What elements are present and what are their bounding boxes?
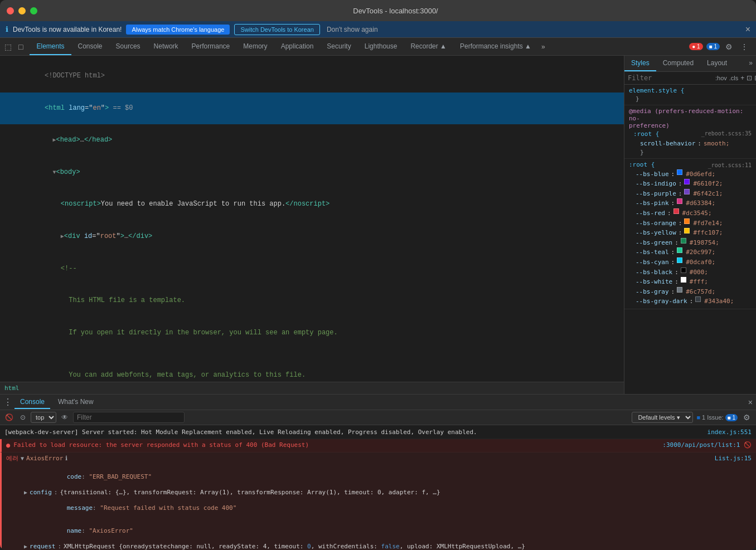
html-viewer[interactable]: <!DOCTYPE html> <html lang="en"> == $0 ▶…: [0, 56, 624, 382]
minimize-button[interactable]: [18, 7, 26, 14]
root-selector-reboot: :root {: [633, 130, 659, 138]
reboot-source[interactable]: _reboot.scss:35: [701, 130, 752, 139]
styles-more-tabs[interactable]: »: [745, 56, 756, 71]
styles-filter-input[interactable]: [628, 74, 713, 82]
root-section: :root { _root.scss:11 --bs-blue: #0d6efd…: [624, 159, 756, 309]
bs-blue-swatch[interactable]: [677, 169, 682, 175]
bs-red-swatch[interactable]: [673, 208, 679, 214]
dont-show-link[interactable]: Don't show again: [327, 26, 378, 33]
bs-black-swatch[interactable]: [681, 267, 686, 273]
element-style-close: }: [629, 95, 752, 103]
issue-badge[interactable]: ■ 1: [706, 43, 720, 50]
bs-yellow-swatch[interactable]: [684, 228, 690, 233]
tab-memory[interactable]: Memory: [236, 38, 274, 55]
bs-indigo-rule: --bs-indigo: #6610f2;: [629, 179, 752, 189]
root-reboot-header: :root { _reboot.scss:35: [633, 130, 752, 139]
tab-application[interactable]: Application: [274, 38, 321, 55]
titlebar: DevTools - localhost:3000/: [0, 0, 756, 21]
bs-white-swatch[interactable]: [681, 277, 686, 283]
bs-cyan-swatch[interactable]: [677, 257, 682, 263]
root-source[interactable]: _root.scss:11: [708, 162, 752, 168]
tab-recorder[interactable]: Recorder ▲: [404, 38, 453, 55]
device-icon[interactable]: □: [16, 41, 25, 52]
console-toolbar: 🚫 ⊙ top 👁 Default levels ▾ ■ 1 Issue: ■ …: [0, 410, 756, 425]
tab-security[interactable]: Security: [320, 38, 357, 55]
bs-green-swatch[interactable]: [681, 238, 686, 244]
eye-icon[interactable]: 👁: [60, 413, 70, 422]
tab-console-bottom[interactable]: Console: [14, 396, 50, 409]
pseudo-class-btn[interactable]: :hov: [715, 75, 727, 81]
tab-computed[interactable]: Computed: [656, 56, 700, 71]
axios-error-header[interactable]: 에러 ▼ AxiosError ℹ List.js:15: [2, 452, 756, 464]
log-level-dropdown[interactable]: Default levels ▾: [632, 412, 693, 423]
preserve-log-icon[interactable]: ⊙: [18, 413, 27, 422]
bs-purple-swatch[interactable]: [684, 189, 690, 194]
main-tabbar: ⬚ □ Elements Console Sources Network Per…: [0, 38, 756, 56]
message-source-webpack[interactable]: index.js:551: [707, 427, 752, 437]
clear-console-icon[interactable]: 🚫: [3, 413, 15, 422]
error-badge[interactable]: ● 1: [689, 43, 702, 50]
prop-request[interactable]: ▶ request: XMLHttpRequest {onreadystatec…: [15, 542, 752, 550]
console-close-icon[interactable]: ×: [748, 398, 753, 407]
html-line-comment-1: This HTML file is a template.: [0, 285, 624, 317]
axios-source[interactable]: List.js:15: [715, 455, 752, 462]
axios-error-group: 에러 ▼ AxiosError ℹ List.js:15 code: "ERR_…: [0, 452, 756, 550]
more-tabs-button[interactable]: »: [538, 38, 549, 55]
bs-pink-swatch[interactable]: [677, 198, 682, 204]
error-source[interactable]: :3000/api/post/list:1 🚫: [662, 440, 752, 450]
info-bar-close[interactable]: ×: [745, 25, 750, 35]
tab-layout[interactable]: Layout: [700, 56, 734, 71]
issues-badge[interactable]: ■ 1: [725, 414, 738, 421]
add-style-rule-icon[interactable]: +: [740, 74, 744, 82]
axios-error-info-icon[interactable]: ℹ: [65, 455, 67, 462]
media-inner: :root { _reboot.scss:35 scroll-behavior:…: [629, 130, 752, 156]
bs-yellow-rule: --bs-yellow: #ffc107;: [629, 228, 752, 238]
axios-error-expand[interactable]: ▼: [21, 455, 24, 461]
tab-network[interactable]: Network: [147, 38, 185, 55]
inspect-icon[interactable]: ⬚: [2, 41, 14, 52]
console-content[interactable]: [webpack-dev-server] Server started: Hot…: [0, 425, 756, 550]
tab-sources[interactable]: Sources: [109, 38, 147, 55]
html-line-div-root[interactable]: ▶<div id="root">…</div>: [0, 221, 624, 253]
switch-devtools-button[interactable]: Switch DevTools to Korean: [234, 24, 319, 35]
cls-btn[interactable]: .cls: [729, 75, 739, 81]
context-selector[interactable]: top: [31, 412, 56, 423]
toggle-element-state-icon[interactable]: ⊡: [747, 74, 752, 82]
close-button[interactable]: [7, 7, 14, 14]
html-line-html[interactable]: <html lang="en"> == $0: [0, 93, 624, 125]
html-line-noscript[interactable]: <noscript>You need to enable JavaScript …: [0, 188, 624, 221]
match-language-button[interactable]: Always match Chrome's language: [126, 25, 230, 35]
tab-console[interactable]: Console: [71, 38, 109, 55]
config-expand-icon[interactable]: ▶: [24, 489, 27, 495]
tab-performance-insights[interactable]: Performance insights ▲: [453, 38, 538, 55]
bs-gray-swatch[interactable]: [677, 287, 682, 293]
request-expand-icon[interactable]: ▶: [24, 543, 27, 549]
tab-right-icons: ● 1 ■ 1 ⚙ ⋮: [689, 38, 754, 55]
settings-icon[interactable]: ⚙: [723, 41, 735, 52]
tab-lighthouse[interactable]: Lighthouse: [358, 38, 404, 55]
main-content: <!DOCTYPE html> <html lang="en"> == $0 ▶…: [0, 56, 756, 394]
bs-teal-swatch[interactable]: [677, 247, 682, 253]
tab-whats-new[interactable]: What's New: [52, 396, 99, 409]
html-line-comment-start: <!--: [0, 252, 624, 285]
console-tabbar: ⋮ Console What's New ×: [0, 395, 756, 410]
html-line-head[interactable]: ▶<head>…</head>: [0, 124, 624, 157]
maximize-button[interactable]: [30, 7, 37, 14]
prop-config[interactable]: ▶ config: {transitional: {…}, transformR…: [15, 488, 752, 497]
tab-performance[interactable]: Performance: [185, 38, 237, 55]
bs-green-rule: --bs-green: #198754;: [629, 238, 752, 248]
message-text: [webpack-dev-server] Server started: Hot…: [4, 427, 477, 437]
console-settings-icon[interactable]: ⚙: [741, 412, 753, 423]
breadcrumb-item[interactable]: html: [4, 384, 20, 392]
bs-gray-dark-swatch[interactable]: [695, 296, 701, 302]
html-line-body-open[interactable]: ▼<body>: [0, 157, 624, 189]
console-menu-icon[interactable]: ⋮: [3, 397, 12, 407]
tab-styles[interactable]: Styles: [624, 56, 656, 71]
tab-elements[interactable]: Elements: [30, 38, 71, 55]
console-filter-input[interactable]: [73, 412, 185, 423]
bs-orange-swatch[interactable]: [684, 218, 690, 224]
more-options-icon[interactable]: ⋮: [738, 41, 750, 52]
bs-indigo-swatch[interactable]: [684, 179, 690, 184]
bs-black-rule: --bs-black: #000;: [629, 267, 752, 278]
issues-count[interactable]: ■ 1 Issue: ■ 1: [696, 414, 738, 421]
